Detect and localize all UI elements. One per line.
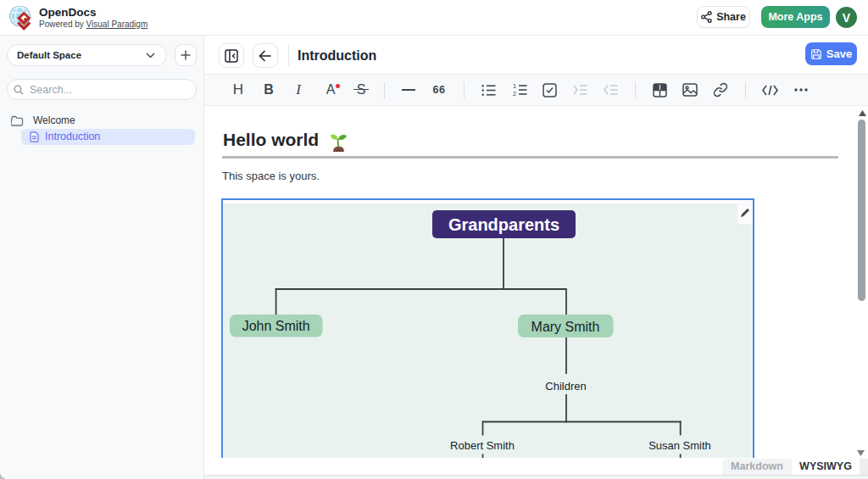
svg-text:John Smith: John Smith [242,319,310,333]
svg-text:2: 2 [513,90,516,97]
svg-text:Grandparents: Grandparents [448,215,559,234]
svg-text:Mary Smith: Mary Smith [531,320,600,334]
svg-text:Children: Children [545,380,586,393]
svg-text:Susan Smith: Susan Smith [648,439,711,452]
svg-text:1: 1 [513,83,516,90]
svg-text:Robert Smith: Robert Smith [450,439,515,452]
